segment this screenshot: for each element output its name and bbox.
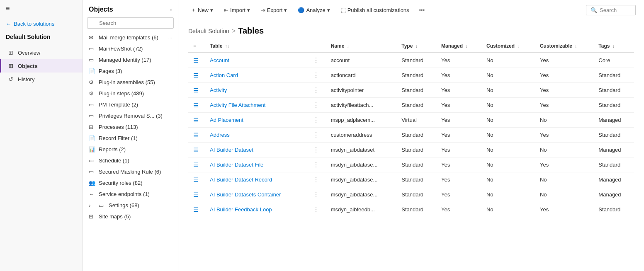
th-customized[interactable]: Customized ↓ xyxy=(481,40,535,53)
item-more-icon[interactable]: ··· xyxy=(168,35,172,40)
th-table[interactable]: Table ↑↓ xyxy=(205,40,306,53)
tags-sort-icon: ↓ xyxy=(612,44,615,48)
back-to-solutions-link[interactable]: ← Back to solutions xyxy=(0,17,83,30)
toolbar-more-button[interactable]: ••• xyxy=(416,5,428,15)
row-more-icon[interactable]: ⋮ xyxy=(311,146,321,153)
th-name[interactable]: Name ↓ xyxy=(326,40,397,53)
list-item[interactable]: ▭ Secured Masking Rule (6) xyxy=(83,166,178,177)
row-menu[interactable]: ⋮ xyxy=(306,187,326,202)
main-content: ＋ New ▾ ⇤ Import ▾ ⇥ Export ▾ 🔵 Analyze … xyxy=(178,0,644,271)
row-table-name[interactable]: Action Card xyxy=(205,68,306,83)
list-item[interactable]: 📄 Pages (3) xyxy=(83,65,178,77)
list-item[interactable]: ⊞ Processes (113) xyxy=(83,121,178,133)
list-item[interactable]: ⊞ Site maps (5) xyxy=(83,211,178,222)
row-managed: Yes xyxy=(436,143,481,157)
list-item[interactable]: ▭ MainFewShot (72) xyxy=(83,43,178,54)
hamburger-icon[interactable]: ≡ xyxy=(0,0,83,17)
row-menu[interactable]: ⋮ xyxy=(306,172,326,187)
row-name: activitypointer xyxy=(326,83,397,98)
row-more-icon[interactable]: ⋮ xyxy=(311,206,321,213)
table-header-row: ≡ Table ↑↓ Name ↓ Type ↓ xyxy=(188,40,634,53)
row-table-name[interactable]: AI Builder Dataset File xyxy=(205,157,306,172)
export-icon: ⇥ xyxy=(261,7,265,13)
sidebar-item-objects[interactable]: ⊞ Objects xyxy=(0,59,83,73)
row-menu[interactable]: ⋮ xyxy=(306,98,326,113)
list-item[interactable]: › ▭ Settings (68) xyxy=(83,200,178,211)
row-table-name[interactable]: Activity xyxy=(205,83,306,98)
row-table-name[interactable]: AI Builder Datasets Container xyxy=(205,187,306,202)
row-table-name[interactable]: Activity File Attachment xyxy=(205,98,306,113)
row-more-icon[interactable]: ⋮ xyxy=(311,57,321,64)
row-more-icon[interactable]: ⋮ xyxy=(311,72,321,79)
row-more-icon[interactable]: ⋮ xyxy=(311,161,321,168)
row-menu[interactable]: ⋮ xyxy=(306,113,326,128)
row-table-name[interactable]: Ad Placement xyxy=(205,113,306,128)
row-more-icon[interactable]: ⋮ xyxy=(311,191,321,198)
table-row: ☰ Activity File Attachment ⋮ activityfil… xyxy=(188,98,634,113)
row-table-name[interactable]: Address xyxy=(205,128,306,143)
table-row: ☰ AI Builder Datasets Container ⋮ msdyn_… xyxy=(188,187,634,202)
list-item[interactable]: ▭ Schedule (1) xyxy=(83,155,178,166)
row-tags: Standard xyxy=(593,83,634,98)
list-item[interactable]: ▭ PM Template (2) xyxy=(83,99,178,110)
row-name: account xyxy=(326,53,397,68)
list-item[interactable]: 📊 Reports (2) xyxy=(83,144,178,155)
row-table-name[interactable]: AI Builder Dataset xyxy=(205,143,306,157)
row-menu[interactable]: ⋮ xyxy=(306,68,326,83)
list-item[interactable]: 👥 Security roles (82) xyxy=(83,177,178,189)
list-item[interactable]: ▭ Privileges Removal S... (3) xyxy=(83,110,178,121)
th-customizable[interactable]: Customizable ↓ xyxy=(535,40,593,53)
table-row: ☰ Activity ⋮ activitypointer Standard Ye… xyxy=(188,83,634,98)
row-menu[interactable]: ⋮ xyxy=(306,128,326,143)
row-managed: Yes xyxy=(436,157,481,172)
list-item[interactable]: ⚙ Plug-in assemblies (55) xyxy=(83,77,178,88)
th-type[interactable]: Type ↓ xyxy=(396,40,436,53)
export-button[interactable]: ⇥ Export ▾ xyxy=(257,5,292,15)
row-name: msdyn_aibdatase... xyxy=(326,172,397,187)
sidebar-nav: ⊞ Overview ⊞ Objects ↺ History xyxy=(0,44,83,87)
new-button[interactable]: ＋ New ▾ xyxy=(187,4,217,16)
row-menu[interactable]: ⋮ xyxy=(306,143,326,157)
row-customized: No xyxy=(481,143,535,157)
list-item[interactable]: ← Service endpoints (1) xyxy=(83,189,178,200)
row-table-name[interactable]: AI Builder Dataset Record xyxy=(205,172,306,187)
row-more-icon[interactable]: ⋮ xyxy=(311,87,321,94)
row-table-name[interactable]: Account xyxy=(205,53,306,68)
object-search-input[interactable] xyxy=(87,17,174,29)
row-menu[interactable]: ⋮ xyxy=(306,83,326,98)
managed-sort-icon: ↓ xyxy=(465,44,467,48)
row-menu[interactable]: ⋮ xyxy=(306,202,326,217)
list-item[interactable]: ▭ Managed Identity (17) xyxy=(83,54,178,65)
row-tags: Standard xyxy=(593,157,634,172)
toolbar-search[interactable]: 🔍 Search xyxy=(586,5,636,15)
settings-expand-icon[interactable]: › xyxy=(89,202,95,208)
th-tags[interactable]: Tags ↓ xyxy=(593,40,634,53)
row-type: Standard xyxy=(396,98,436,113)
row-more-icon[interactable]: ⋮ xyxy=(311,116,321,123)
row-more-icon[interactable]: ⋮ xyxy=(311,131,321,138)
table-row: ☰ Ad Placement ⋮ mspp_adplacem... Virtua… xyxy=(188,113,634,128)
row-table-name[interactable]: AI Builder Feedback Loop xyxy=(205,202,306,217)
collapse-panel-icon[interactable]: ‹ xyxy=(170,6,172,13)
list-item[interactable]: 📄 Record Filter (1) xyxy=(83,133,178,144)
sidebar-item-overview[interactable]: ⊞ Overview xyxy=(0,46,83,59)
analyze-button[interactable]: 🔵 Analyze ▾ xyxy=(294,5,334,15)
row-tags: Managed xyxy=(593,143,634,157)
publish-button[interactable]: ⬚ Publish all customizations xyxy=(337,5,413,15)
list-view-icon[interactable]: ≡ xyxy=(193,43,196,49)
table-row: ☰ AI Builder Dataset Record ⋮ msdyn_aibd… xyxy=(188,172,634,187)
object-search-container: 🔍 xyxy=(83,17,178,32)
list-item[interactable]: ✉ Mail merge templates (6) ··· xyxy=(83,32,178,43)
row-more-icon[interactable]: ⋮ xyxy=(311,102,321,109)
list-item[interactable]: ⚙ Plug-in steps (489) xyxy=(83,88,178,99)
breadcrumb-parent[interactable]: Default Solution xyxy=(188,28,229,34)
row-customizable: Yes xyxy=(535,83,593,98)
sidebar-item-history[interactable]: ↺ History xyxy=(0,73,83,86)
row-menu[interactable]: ⋮ xyxy=(306,53,326,68)
import-button[interactable]: ⇤ Import ▾ xyxy=(220,5,254,15)
row-more-icon[interactable]: ⋮ xyxy=(311,176,321,183)
th-managed[interactable]: Managed ↓ xyxy=(436,40,481,53)
row-customized: No xyxy=(481,53,535,68)
row-menu[interactable]: ⋮ xyxy=(306,157,326,172)
object-list: ✉ Mail merge templates (6) ··· ▭ MainFew… xyxy=(83,32,178,271)
